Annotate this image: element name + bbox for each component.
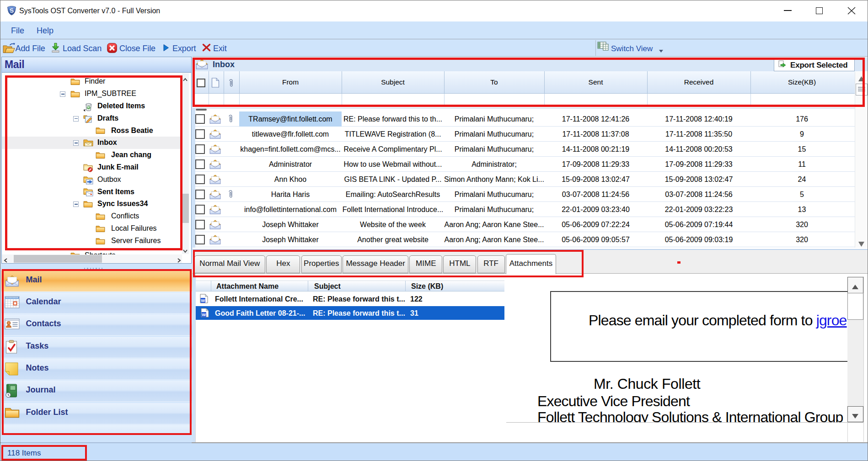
svg-text:W: W	[201, 298, 205, 303]
svg-text:W: W	[202, 312, 206, 317]
